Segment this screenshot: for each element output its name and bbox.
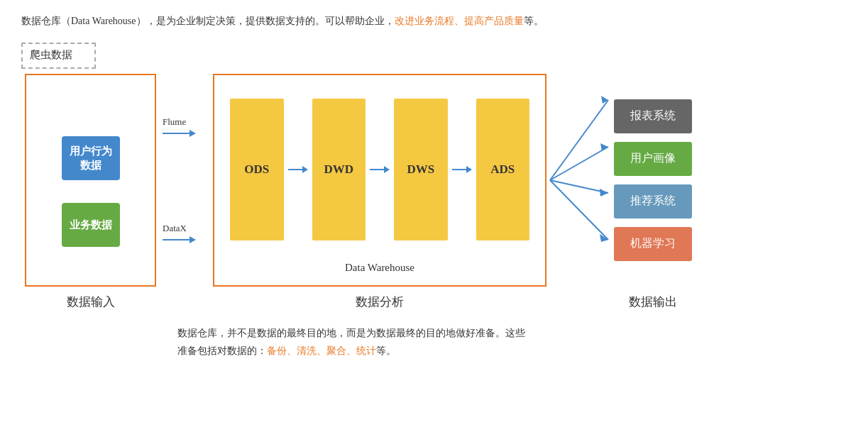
top-desc-text: 数据仓库（Data Warehouse），是为企业制定决策，提供数据支持的。可以… — [21, 16, 395, 26]
bottom-desc-line2: 准备包括对数据的：备份、清洗、聚合、统计等。 — [177, 342, 847, 360]
ods-dwd-arrow — [288, 166, 308, 173]
datax-arrowhead — [189, 236, 196, 243]
connectors-col: Flume DataX — [160, 74, 209, 287]
output-block-ml: 机器学习 — [614, 227, 692, 261]
warehouse-border-box: ODS DWD DWS ADS Data Warehouse — [213, 74, 546, 287]
stage-dwd: DWD — [312, 99, 366, 240]
top-description: 数据仓库（Data Warehouse），是为企业制定决策，提供数据支持的。可以… — [21, 13, 847, 30]
fan-arrow-3 — [600, 189, 608, 197]
datax-connector: DataX — [163, 223, 196, 243]
business-data-block: 业务数据 — [62, 203, 120, 247]
flume-arrow — [163, 130, 196, 137]
diagram-area: 爬虫数据 用户行为数据 业务数据 数据输入 Flume DataX — [21, 43, 847, 310]
fan-line-4 — [550, 180, 608, 240]
stage-ads: ADS — [476, 99, 530, 240]
output-section: 报表系统 用户画像 推荐系统 机器学习 数据输出 — [614, 43, 692, 310]
output-block-recommend: 推荐系统 — [614, 184, 692, 218]
stage-dws: DWS — [394, 99, 448, 240]
stage-ods: ODS — [230, 99, 284, 240]
output-blocks: 报表系统 用户画像 推荐系统 机器学习 — [614, 74, 692, 287]
warehouse-section: ODS DWD DWS ADS Data Warehouse 数据分 — [209, 43, 550, 310]
flume-shaft — [163, 133, 189, 134]
fan-arrows-area — [550, 74, 614, 287]
warehouse-stages: ODS DWD DWS ADS — [230, 87, 529, 253]
bottom-desc-line1: 数据仓库，并不是数据的最终目的地，而是为数据最终的目的地做好准备。这些 — [177, 324, 847, 342]
bottom-description: 数据仓库，并不是数据的最终目的地，而是为数据最终的目的地做好准备。这些 准备包括… — [177, 324, 847, 360]
bottom-desc-line2-before: 准备包括对数据的： — [177, 345, 267, 356]
bottom-desc-highlight: 备份、清洗、聚合、统计 — [267, 345, 376, 356]
user-behavior-block: 用户行为数据 — [62, 136, 120, 180]
input-section-label: 数据输入 — [67, 294, 115, 310]
fan-svg — [550, 74, 614, 287]
warehouse-section-label: 数据分析 — [356, 294, 404, 310]
datax-label: DataX — [163, 223, 187, 234]
flume-arrowhead — [189, 130, 196, 137]
output-section-label: 数据输出 — [629, 294, 677, 310]
dws-ads-arrow — [452, 166, 472, 173]
fan-line-3 — [550, 180, 608, 193]
warehouse-label: Data Warehouse — [345, 259, 414, 274]
top-desc-after: 等。 — [524, 16, 544, 26]
fan-line-1 — [550, 100, 608, 180]
datax-shaft — [163, 239, 189, 240]
dwd-dws-arrow — [370, 166, 390, 173]
crawler-label: 爬虫数据 — [30, 49, 72, 60]
output-block-report: 报表系统 — [614, 99, 692, 133]
input-border-box: 用户行为数据 业务数据 — [25, 74, 156, 287]
datax-arrow — [163, 236, 196, 243]
flume-connector: Flume — [163, 116, 196, 137]
fan-line-2 — [550, 147, 608, 180]
bottom-desc-line2-after: 等。 — [376, 345, 396, 356]
top-desc-highlight: 改进业务流程、提高产品质量 — [395, 16, 524, 26]
flume-label: Flume — [163, 116, 186, 128]
crawler-box: 爬虫数据 — [21, 43, 96, 69]
output-block-user-portrait: 用户画像 — [614, 142, 692, 176]
